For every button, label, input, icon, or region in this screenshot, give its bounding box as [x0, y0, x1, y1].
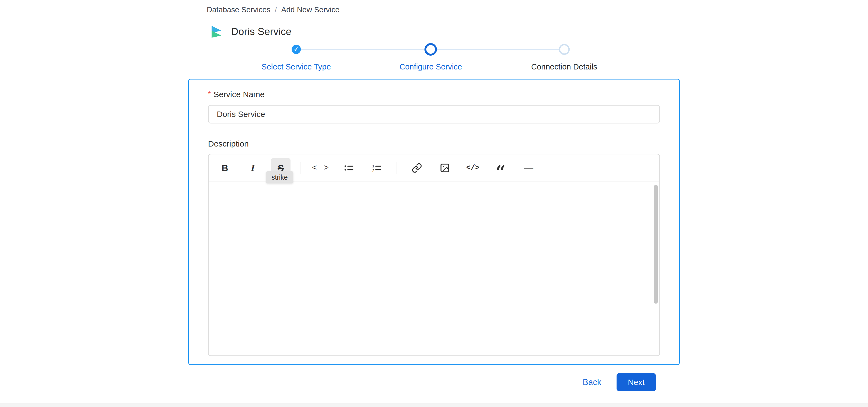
wizard-page: Database Services / Add New Service Dori…	[188, 0, 680, 391]
editor-content[interactable]	[209, 183, 654, 355]
inline-code-icon: < >	[312, 163, 330, 173]
description-label-text: Description	[208, 139, 249, 149]
step-label-configure-service: Configure Service	[400, 62, 462, 71]
step-connection-details[interactable]: Connection Details	[531, 43, 597, 71]
strike-tooltip: strike	[266, 171, 293, 183]
check-icon: ✓	[294, 46, 299, 53]
step-completed-circle: ✓	[291, 45, 301, 54]
footer-strip	[0, 403, 868, 407]
quote-button[interactable]: “	[491, 158, 510, 178]
service-name-label-text: Service Name	[214, 90, 265, 99]
step-pending-circle	[559, 44, 569, 55]
numbered-list-button[interactable]: 1 2	[367, 158, 386, 178]
breadcrumb-database-services[interactable]: Database Services	[207, 5, 271, 14]
description-editor: B I S < >	[208, 154, 660, 356]
horizontal-rule-icon: —	[524, 163, 533, 174]
bold-button[interactable]: B	[215, 158, 235, 178]
bulleted-list-icon	[343, 162, 354, 174]
description-label: Description	[208, 139, 660, 149]
svg-text:1: 1	[372, 164, 374, 168]
quote-icon: “	[496, 163, 506, 181]
wizard-actions: Back Next	[188, 373, 680, 391]
step-configure-service[interactable]: Configure Service	[400, 43, 462, 71]
step-label-connection-details: Connection Details	[531, 62, 597, 71]
configure-service-panel: * Service Name Description B I S < >	[188, 79, 680, 365]
service-name-input[interactable]	[208, 105, 660, 123]
svg-text:2: 2	[372, 168, 374, 173]
image-button[interactable]	[435, 158, 455, 178]
doris-logo-icon	[209, 25, 223, 39]
breadcrumb: Database Services / Add New Service	[207, 0, 680, 14]
toolbar-separator	[301, 162, 301, 174]
bold-icon: B	[222, 163, 228, 174]
required-marker: *	[208, 90, 211, 98]
step-active-circle	[425, 43, 437, 56]
breadcrumb-add-new-service[interactable]: Add New Service	[281, 5, 340, 14]
back-button[interactable]: Back	[583, 377, 601, 387]
horizontal-rule-button[interactable]: —	[519, 158, 538, 178]
page-header: Doris Service	[209, 24, 680, 39]
breadcrumb-separator: /	[275, 5, 277, 14]
stepper: ✓ Select Service Type Configure Service …	[188, 43, 680, 73]
italic-icon: I	[251, 163, 254, 173]
step-select-service-type[interactable]: ✓ Select Service Type	[261, 43, 331, 71]
bulleted-list-button[interactable]	[339, 158, 359, 178]
link-button[interactable]	[407, 158, 427, 178]
image-icon	[440, 163, 450, 173]
italic-button[interactable]: I	[243, 158, 262, 178]
link-icon	[412, 163, 422, 173]
editor-scrollbar-thumb[interactable]	[654, 185, 658, 304]
service-name-label: * Service Name	[208, 90, 660, 99]
next-button[interactable]: Next	[617, 373, 656, 391]
code-block-button[interactable]: </>	[463, 158, 483, 178]
inline-code-button[interactable]: < >	[311, 158, 331, 178]
step-label-select-service-type: Select Service Type	[261, 62, 331, 71]
numbered-list-icon: 1 2	[371, 162, 382, 174]
toolbar-separator	[397, 162, 397, 174]
code-block-icon: </>	[466, 164, 479, 172]
page-title: Doris Service	[231, 26, 291, 37]
